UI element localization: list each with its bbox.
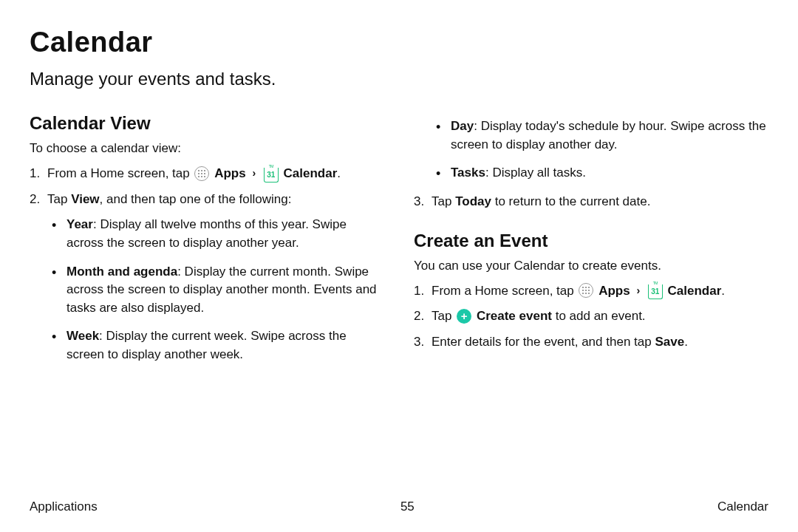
view-option-year: Year: Display all twelve months of this … bbox=[66, 216, 384, 252]
footer-left: Applications bbox=[30, 499, 98, 514]
estep3-c: . bbox=[684, 335, 688, 349]
page-footer: Applications 55 Calendar bbox=[30, 499, 768, 514]
estep3-a: Enter details for the event, and then ta… bbox=[432, 335, 655, 349]
svg-point-2 bbox=[204, 169, 205, 171]
svg-point-3 bbox=[198, 172, 200, 174]
svg-point-5 bbox=[204, 172, 205, 174]
year-desc: : Display all twelve months of this year… bbox=[66, 217, 347, 250]
view-options-list: Year: Display all twelve months of this … bbox=[47, 216, 384, 364]
footer-page-number: 55 bbox=[400, 499, 415, 514]
view-options-list-cont: Day: Display today's schedule by hour. S… bbox=[432, 117, 768, 183]
week-label: Week bbox=[66, 329, 99, 343]
svg-point-8 bbox=[204, 175, 205, 177]
event-step-enter-details: Enter details for the event, and then ta… bbox=[432, 333, 768, 352]
day-desc: : Display today's schedule by hour. Swip… bbox=[451, 119, 766, 151]
step-text: From a Home screen, tap bbox=[47, 166, 193, 180]
svg-point-14 bbox=[588, 290, 590, 291]
month-label: Month and agenda bbox=[66, 265, 177, 279]
tasks-label: Tasks bbox=[451, 166, 485, 180]
svg-point-7 bbox=[201, 175, 202, 177]
create-event-steps: From a Home screen, tap Apps › TM 31 Cal… bbox=[414, 282, 768, 352]
calendar-view-steps-cont: Tap Today to return to the current date. bbox=[414, 193, 768, 211]
left-column: Calendar View To choose a calendar view:… bbox=[30, 110, 384, 375]
svg-point-17 bbox=[588, 293, 590, 294]
svg-point-0 bbox=[198, 169, 200, 171]
save-label: Save bbox=[655, 335, 684, 349]
step-text-end: . bbox=[337, 166, 341, 180]
create-event-label: Create event bbox=[477, 309, 552, 323]
svg-point-13 bbox=[585, 290, 587, 291]
svg-point-1 bbox=[201, 169, 202, 171]
event-step-open-calendar: From a Home screen, tap Apps › TM 31 Cal… bbox=[432, 282, 768, 301]
svg-point-6 bbox=[198, 175, 200, 177]
svg-point-11 bbox=[588, 287, 590, 288]
view-label: View bbox=[71, 192, 99, 206]
svg-point-16 bbox=[585, 293, 587, 294]
calendar-view-steps: From a Home screen, tap Apps › TM 31 Cal… bbox=[30, 165, 384, 364]
right-column: Day: Display today's schedule by hour. S… bbox=[414, 110, 768, 375]
calendar-view-intro: To choose a calendar view: bbox=[30, 141, 384, 156]
calendar-label: Calendar bbox=[668, 284, 722, 298]
step2-a: Tap bbox=[47, 192, 71, 206]
footer-right: Calendar bbox=[717, 499, 768, 514]
create-event-intro: You can use your Calendar to create even… bbox=[414, 259, 768, 273]
day-label: Day bbox=[451, 119, 474, 133]
view-option-day: Day: Display today's schedule by hour. S… bbox=[451, 117, 768, 154]
svg-point-9 bbox=[582, 287, 584, 288]
create-event-heading: Create an Event bbox=[414, 231, 768, 251]
event-step-tap-create: Tap + Create event to add an event. bbox=[432, 307, 768, 326]
estep2-a: Tap bbox=[432, 309, 455, 323]
view-option-week: Week: Display the current week. Swipe ac… bbox=[66, 327, 384, 364]
apps-icon bbox=[194, 166, 209, 181]
step-open-calendar: From a Home screen, tap Apps › TM 31 Cal… bbox=[47, 165, 384, 183]
svg-point-12 bbox=[582, 290, 584, 291]
view-option-tasks: Tasks: Display all tasks. bbox=[451, 164, 768, 183]
apps-icon bbox=[579, 283, 593, 298]
step-tap-view: Tap View, and then tap one of the follow… bbox=[47, 191, 384, 364]
plus-icon: + bbox=[457, 309, 471, 324]
content-columns: Calendar View To choose a calendar view:… bbox=[30, 110, 768, 375]
step3-c: to return to the current date. bbox=[491, 194, 650, 208]
today-label: Today bbox=[455, 194, 491, 208]
step3-a: Tap bbox=[432, 194, 455, 208]
calendar-icon: TM 31 bbox=[648, 283, 663, 298]
apps-label: Apps bbox=[598, 284, 630, 298]
chevron-icon: › bbox=[252, 166, 256, 180]
step-tap-today: Tap Today to return to the current date. bbox=[432, 193, 768, 211]
estep1-end: . bbox=[721, 284, 725, 298]
step2-c: , and then tap one of the following: bbox=[100, 192, 292, 206]
svg-point-4 bbox=[201, 172, 202, 174]
year-label: Year bbox=[66, 217, 93, 231]
estep1-pre: From a Home screen, tap bbox=[432, 284, 577, 298]
calendar-label: Calendar bbox=[284, 166, 338, 180]
view-option-month: Month and agenda: Display the current mo… bbox=[66, 263, 384, 318]
tasks-desc: : Display all tasks. bbox=[485, 166, 586, 180]
svg-point-10 bbox=[585, 287, 587, 288]
svg-point-15 bbox=[582, 293, 584, 294]
page-subtitle: Manage your events and tasks. bbox=[30, 69, 768, 89]
estep2-c: to add an event. bbox=[552, 309, 646, 323]
chevron-icon: › bbox=[636, 283, 640, 298]
calendar-view-heading: Calendar View bbox=[30, 113, 384, 134]
page-title: Calendar bbox=[30, 27, 768, 58]
apps-label: Apps bbox=[214, 166, 246, 180]
calendar-icon: TM 31 bbox=[264, 166, 279, 181]
week-desc: : Display the current week. Swipe across… bbox=[66, 329, 347, 361]
